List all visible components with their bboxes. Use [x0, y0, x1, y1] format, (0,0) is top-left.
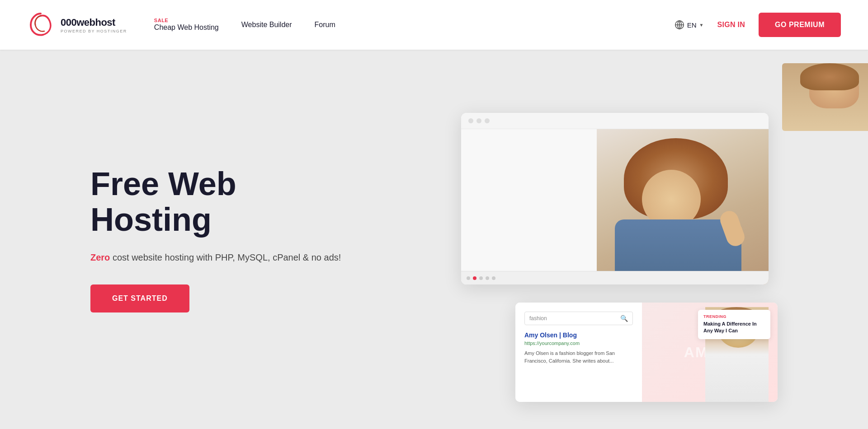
- nav-dot-1: [467, 276, 470, 280]
- blog-search-bar: fashion 🔍: [524, 312, 633, 325]
- blog-mockup-left: fashion 🔍 Amy Olsen | Blog https://yourc…: [515, 303, 642, 402]
- nav-link-website-builder[interactable]: Website Builder: [241, 21, 292, 29]
- hero-content: Free Web Hosting Zero cost website hosti…: [90, 166, 344, 312]
- woman-peek-hair: [800, 63, 859, 90]
- sale-link-text: Cheap Web Hosting: [154, 23, 219, 32]
- blog-mockup-right: AMY O TRENDING Making A Difference In An…: [642, 303, 778, 402]
- nav-dot-3: [479, 276, 483, 280]
- blog-card-heading: Making A Difference In Any Way I Can: [703, 321, 765, 335]
- logo-name: 000webhost: [61, 17, 127, 28]
- browser-bottom-bar: [461, 271, 769, 284]
- logo-powered-by: POWERED BY HOSTINGER: [61, 29, 127, 33]
- logo-link[interactable]: 000webhost POWERED BY HOSTINGER: [27, 11, 127, 38]
- hero-subtitle: Zero cost website hosting with PHP, MySQ…: [90, 250, 344, 265]
- nav-dot-5: [492, 276, 495, 280]
- hero-title: Free Web Hosting: [90, 166, 344, 238]
- hero-subtitle-rest: cost website hosting with PHP, MySQL, cP…: [110, 252, 341, 262]
- browser-dot-2: [476, 118, 481, 123]
- get-started-button[interactable]: GET STARTED: [90, 284, 189, 312]
- navbar: 000webhost POWERED BY HOSTINGER SALE Che…: [0, 0, 868, 50]
- blog-trending-card: TRENDING Making A Difference In Any Way …: [698, 310, 770, 339]
- logo-icon: [27, 11, 54, 38]
- go-premium-button[interactable]: GO PREMIUM: [759, 13, 841, 37]
- browser-woman-area: [597, 129, 769, 284]
- language-selector[interactable]: EN ▼: [675, 20, 704, 30]
- blog-search-text: fashion: [529, 315, 618, 322]
- nav-link-sale-hosting[interactable]: SALE Cheap Web Hosting: [154, 18, 219, 32]
- nav-links: SALE Cheap Web Hosting Website Builder F…: [154, 18, 675, 32]
- nav-link-forum[interactable]: Forum: [315, 21, 335, 29]
- language-code: EN: [687, 21, 697, 29]
- sign-in-button[interactable]: SIGN IN: [717, 21, 745, 29]
- nav-dot-2: [473, 276, 476, 280]
- browser-dot-1: [468, 118, 473, 123]
- language-chevron: ▼: [699, 23, 704, 28]
- browser-mockup: [461, 113, 769, 284]
- nav-dot-4: [486, 276, 489, 280]
- sale-badge: SALE: [154, 18, 219, 23]
- blog-search-icon: 🔍: [620, 315, 628, 322]
- logo-text: 000webhost POWERED BY HOSTINGER: [61, 17, 127, 33]
- nav-right: EN ▼ SIGN IN GO PREMIUM: [675, 13, 841, 37]
- globe-icon: [675, 20, 684, 30]
- blog-url: https://yourcompany.com: [524, 340, 633, 346]
- browser-content: [461, 129, 769, 284]
- blog-card-label: TRENDING: [703, 314, 765, 319]
- woman-peek-top: [782, 63, 868, 131]
- blog-description: Amy Olsen is a fashion blogger from San …: [524, 350, 633, 364]
- hero-visual: fashion 🔍 Amy Olsen | Blog https://yourc…: [461, 50, 868, 429]
- browser-dot-3: [485, 118, 490, 123]
- blog-mockup: fashion 🔍 Amy Olsen | Blog https://yourc…: [515, 303, 778, 402]
- blog-title: Amy Olsen | Blog: [524, 331, 633, 339]
- hero-subtitle-zero: Zero: [90, 252, 110, 262]
- browser-bar: [461, 113, 769, 129]
- hero-section: Free Web Hosting Zero cost website hosti…: [0, 50, 868, 429]
